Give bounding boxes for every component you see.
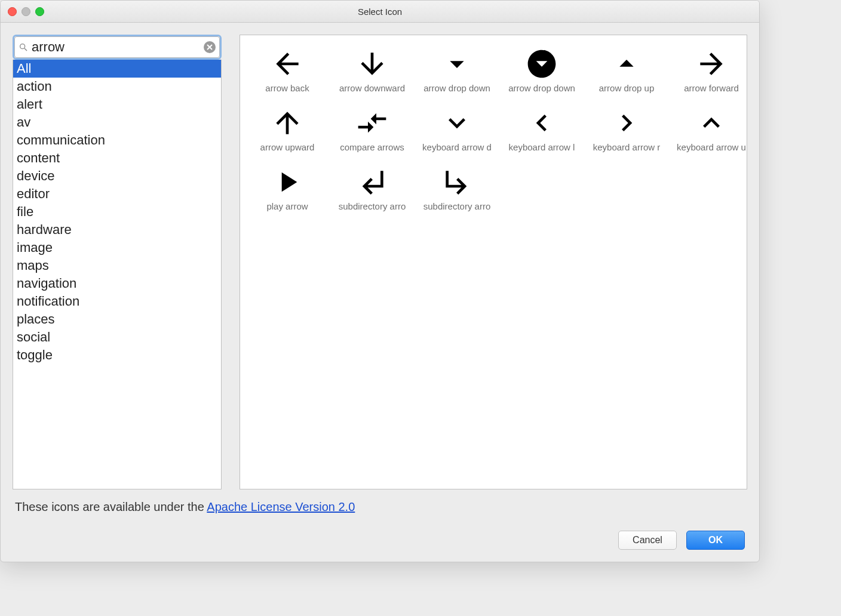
category-item-notification[interactable]: notification <box>13 292 221 310</box>
category-item-navigation[interactable]: navigation <box>13 275 221 292</box>
svg-line-1 <box>24 48 27 51</box>
icon-label: subdirectory arro <box>423 201 491 211</box>
arrow-back-icon <box>268 45 306 83</box>
window-title: Select Icon <box>1 7 759 17</box>
arrow-upward-icon <box>268 104 306 142</box>
category-item-hardware[interactable]: hardware <box>13 221 221 239</box>
cancel-button[interactable]: Cancel <box>618 531 677 550</box>
close-window-button[interactable] <box>8 7 17 16</box>
arrow-forward-icon <box>692 45 730 83</box>
category-item-av[interactable]: av <box>13 113 221 131</box>
icon-cell-arrow-drop-up[interactable]: arrow drop up <box>585 41 668 98</box>
subdirectory-arrow-left-icon <box>353 163 391 201</box>
license-link[interactable]: Apache License Version 2.0 <box>207 500 355 513</box>
subdirectory-arrow-right-icon <box>438 163 476 201</box>
icon-cell-arrow-downward[interactable]: arrow downward <box>331 41 413 98</box>
category-item-file[interactable]: file <box>13 203 221 221</box>
icon-cell-compare-arrows[interactable]: compare arrows <box>331 100 413 157</box>
icon-label: keyboard arrow d <box>422 142 492 152</box>
icon-label: arrow upward <box>260 142 315 152</box>
category-list[interactable]: Allactionalertavcommunicationcontentdevi… <box>13 60 222 489</box>
category-item-all[interactable]: All <box>13 60 221 78</box>
icon-cell-arrow-forward[interactable]: arrow forward <box>670 41 747 98</box>
icon-label: arrow forward <box>684 83 739 93</box>
icon-label: keyboard arrow l <box>509 142 575 152</box>
icon-cell-arrow-drop-down-circle[interactable]: arrow drop down <box>501 41 583 98</box>
icon-label: arrow downward <box>339 83 405 93</box>
keyboard-arrow-right-icon <box>607 104 646 142</box>
icon-cell-play-arrow[interactable]: play arrow <box>246 159 329 216</box>
ok-button[interactable]: OK <box>686 531 745 550</box>
search-icon <box>19 42 28 52</box>
license-text: These icons are available under the Apac… <box>15 500 745 514</box>
svg-point-0 <box>20 44 25 49</box>
arrow-drop-up-icon <box>607 45 646 83</box>
icon-label: arrow drop down <box>423 83 490 93</box>
compare-arrows-icon <box>353 104 391 142</box>
icon-label: arrow drop down <box>508 83 575 93</box>
category-item-content[interactable]: content <box>13 149 221 167</box>
category-item-action[interactable]: action <box>13 78 221 96</box>
arrow-downward-icon <box>353 45 391 83</box>
keyboard-arrow-up-icon <box>692 104 730 142</box>
icon-cell-arrow-upward[interactable]: arrow upward <box>246 100 329 157</box>
category-item-editor[interactable]: editor <box>13 185 221 203</box>
icon-cell-subdirectory-arrow-right[interactable]: subdirectory arro <box>416 159 498 216</box>
search-field <box>14 36 220 58</box>
icon-cell-subdirectory-arrow-left[interactable]: subdirectory arro <box>331 159 413 216</box>
icon-cell-keyboard-arrow-up[interactable]: keyboard arrow u <box>670 100 747 157</box>
icon-cell-keyboard-arrow-right[interactable]: keyboard arrow r <box>585 100 668 157</box>
icon-label: keyboard arrow r <box>593 142 661 152</box>
play-arrow-icon <box>268 163 306 201</box>
icon-results-panel: arrow backarrow downwardarrow drop downa… <box>240 35 747 489</box>
category-item-social[interactable]: social <box>13 328 221 346</box>
arrow-drop-down-circle-icon <box>523 45 561 83</box>
category-item-image[interactable]: image <box>13 239 221 257</box>
icon-cell-arrow-back[interactable]: arrow back <box>246 41 329 98</box>
icon-label: subdirectory arro <box>339 201 406 211</box>
close-icon <box>207 44 213 50</box>
icon-label: compare arrows <box>340 142 404 152</box>
titlebar: Select Icon <box>1 1 759 23</box>
category-item-places[interactable]: places <box>13 310 221 328</box>
icon-label: keyboard arrow u <box>677 142 746 152</box>
category-item-communication[interactable]: communication <box>13 131 221 149</box>
zoom-window-button[interactable] <box>35 7 44 16</box>
icon-label: arrow drop up <box>599 83 655 93</box>
icon-cell-keyboard-arrow-down[interactable]: keyboard arrow d <box>416 100 498 157</box>
window-controls <box>8 7 44 16</box>
category-item-maps[interactable]: maps <box>13 257 221 275</box>
minimize-window-button[interactable] <box>22 7 30 16</box>
icon-label: play arrow <box>266 201 308 211</box>
category-item-device[interactable]: device <box>13 167 221 185</box>
clear-search-button[interactable] <box>204 41 216 53</box>
select-icon-dialog: Select Icon Allactionalertavcommunicatio… <box>0 0 760 562</box>
keyboard-arrow-down-icon <box>438 104 476 142</box>
icon-cell-keyboard-arrow-left[interactable]: keyboard arrow l <box>501 100 583 157</box>
category-item-alert[interactable]: alert <box>13 96 221 113</box>
search-input[interactable] <box>28 39 204 55</box>
category-item-toggle[interactable]: toggle <box>13 346 221 364</box>
icon-cell-arrow-drop-down[interactable]: arrow drop down <box>416 41 498 98</box>
keyboard-arrow-left-icon <box>523 104 561 142</box>
arrow-drop-down-icon <box>438 45 476 83</box>
icon-label: arrow back <box>265 83 309 93</box>
